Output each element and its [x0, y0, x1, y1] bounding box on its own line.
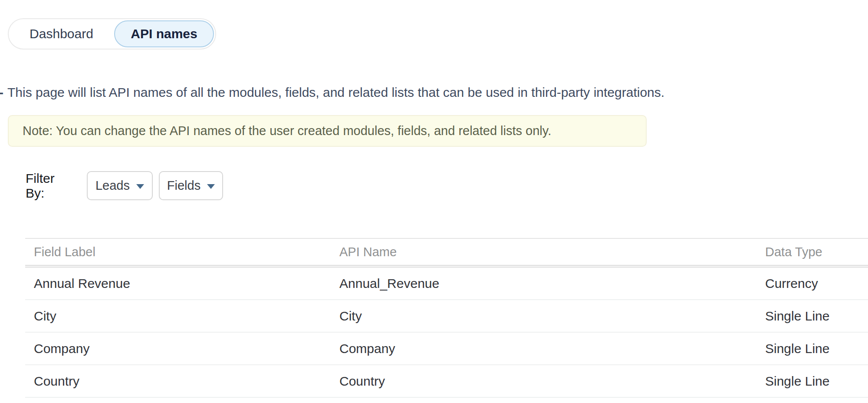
- column-header-field-label: Field Label: [25, 245, 339, 259]
- tab-api-names[interactable]: API names: [114, 20, 214, 47]
- chevron-down-icon: [207, 184, 215, 189]
- module-dropdown-value: Leads: [95, 178, 130, 193]
- data-type-cell: Single Line: [765, 341, 868, 356]
- field-type-dropdown[interactable]: Fields: [159, 171, 223, 200]
- dash-bullet: -: [0, 85, 3, 100]
- tab-dashboard[interactable]: Dashboard: [9, 26, 114, 41]
- data-type-cell: Single Line: [765, 309, 868, 324]
- data-type-cell: Currency: [765, 276, 868, 291]
- field-label-cell: Annual Revenue: [25, 276, 339, 291]
- table-row[interactable]: Company Company Single Line: [25, 333, 868, 365]
- api-names-table: Field Label API Name Data Type Annual Re…: [25, 238, 868, 398]
- field-label-cell: Country: [25, 374, 339, 389]
- chevron-down-icon: [136, 184, 144, 189]
- column-header-data-type: Data Type: [765, 245, 868, 259]
- view-toggle: Dashboard API names: [8, 18, 216, 50]
- page-description: - This page will list API names of all t…: [0, 85, 664, 100]
- api-name-cell: Annual_Revenue: [339, 276, 765, 291]
- field-type-dropdown-value: Fields: [167, 178, 201, 193]
- table-row[interactable]: Annual Revenue Annual_Revenue Currency: [25, 268, 868, 300]
- table-row[interactable]: Country Country Single Line: [25, 365, 868, 398]
- filter-by-label: Filter By:: [26, 171, 55, 200]
- column-header-api-name: API Name: [339, 245, 765, 259]
- api-name-cell: Company: [339, 341, 765, 356]
- api-name-cell: Country: [339, 374, 765, 389]
- table-row[interactable]: City City Single Line: [25, 300, 868, 333]
- table-header-row: Field Label API Name Data Type: [25, 239, 868, 268]
- data-type-cell: Single Line: [765, 374, 868, 389]
- page-description-text: This page will list API names of all the…: [7, 85, 664, 100]
- note-banner: Note: You can change the API names of th…: [8, 115, 647, 147]
- api-name-cell: City: [339, 309, 765, 324]
- field-label-cell: City: [25, 309, 339, 324]
- field-label-cell: Company: [25, 341, 339, 356]
- note-text: Note: You can change the API names of th…: [23, 124, 551, 138]
- module-dropdown[interactable]: Leads: [87, 171, 153, 200]
